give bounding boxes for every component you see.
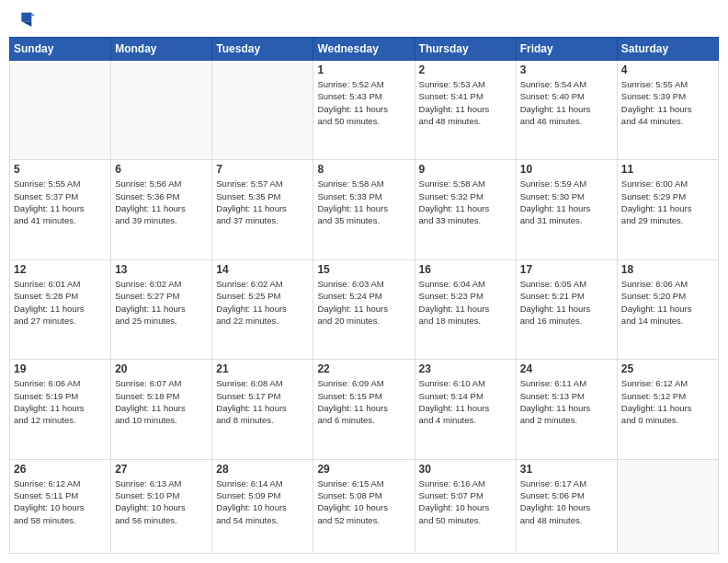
day-info: Sunrise: 6:01 AM Sunset: 5:28 PM Dayligh… [14,278,107,327]
day-number: 12 [14,263,107,276]
day-number: 19 [14,362,107,375]
weekday-header-friday: Friday [516,38,617,61]
day-number: 21 [216,362,309,375]
day-info: Sunrise: 5:52 AM Sunset: 5:43 PM Dayligh… [317,78,410,127]
day-info: Sunrise: 6:13 AM Sunset: 5:10 PM Dayligh… [115,477,208,526]
calendar-week-5: 26Sunrise: 6:12 AM Sunset: 5:11 PM Dayli… [10,459,719,553]
calendar-cell: 11Sunrise: 6:00 AM Sunset: 5:29 PM Dayli… [617,160,718,259]
day-info: Sunrise: 6:15 AM Sunset: 5:08 PM Dayligh… [317,477,410,526]
day-info: Sunrise: 6:00 AM Sunset: 5:29 PM Dayligh… [621,178,714,226]
day-number: 8 [317,163,410,176]
day-number: 25 [621,362,714,375]
day-info: Sunrise: 5:54 AM Sunset: 5:40 PM Dayligh… [520,78,613,127]
day-number: 31 [520,463,613,476]
day-info: Sunrise: 6:08 AM Sunset: 5:17 PM Dayligh… [216,377,309,426]
day-number: 4 [621,63,714,76]
day-number: 5 [14,163,107,176]
day-number: 27 [115,463,208,476]
day-number: 24 [520,362,613,375]
calendar-cell: 1Sunrise: 5:52 AM Sunset: 5:43 PM Daylig… [313,61,415,160]
day-number: 16 [419,263,512,276]
day-number: 3 [520,63,613,76]
day-number: 10 [520,163,613,176]
calendar-cell: 19Sunrise: 6:06 AM Sunset: 5:19 PM Dayli… [10,360,111,459]
calendar-cell: 14Sunrise: 6:02 AM Sunset: 5:25 PM Dayli… [212,259,313,359]
day-number: 17 [520,263,613,276]
calendar-cell: 20Sunrise: 6:07 AM Sunset: 5:18 PM Dayli… [111,360,212,459]
calendar-cell: 23Sunrise: 6:10 AM Sunset: 5:14 PM Dayli… [415,360,516,459]
calendar-cell: 6Sunrise: 5:56 AM Sunset: 5:36 PM Daylig… [111,160,212,259]
day-number: 28 [216,463,309,476]
day-info: Sunrise: 6:10 AM Sunset: 5:14 PM Dayligh… [419,377,512,426]
calendar-cell: 31Sunrise: 6:17 AM Sunset: 5:06 PM Dayli… [516,459,617,553]
day-info: Sunrise: 6:02 AM Sunset: 5:27 PM Dayligh… [115,278,208,327]
calendar-week-1: 1Sunrise: 5:52 AM Sunset: 5:43 PM Daylig… [10,61,719,160]
day-number: 7 [216,163,309,176]
weekday-header-row: SundayMondayTuesdayWednesdayThursdayFrid… [10,38,719,61]
calendar-cell: 9Sunrise: 5:58 AM Sunset: 5:32 PM Daylig… [415,160,516,259]
weekday-header-saturday: Saturday [617,38,718,61]
calendar-cell: 7Sunrise: 5:57 AM Sunset: 5:35 PM Daylig… [212,160,313,259]
day-info: Sunrise: 6:11 AM Sunset: 5:13 PM Dayligh… [520,377,613,426]
calendar-cell: 30Sunrise: 6:16 AM Sunset: 5:07 PM Dayli… [415,459,516,553]
calendar-week-3: 12Sunrise: 6:01 AM Sunset: 5:28 PM Dayli… [10,259,719,359]
calendar-cell: 27Sunrise: 6:13 AM Sunset: 5:10 PM Dayli… [111,459,212,553]
calendar-cell: 10Sunrise: 5:59 AM Sunset: 5:30 PM Dayli… [516,160,617,259]
day-number: 11 [621,163,714,176]
calendar-week-4: 19Sunrise: 6:06 AM Sunset: 5:19 PM Dayli… [10,360,719,459]
calendar-cell [10,61,111,160]
calendar-cell: 17Sunrise: 6:05 AM Sunset: 5:21 PM Dayli… [516,259,617,359]
calendar-cell: 28Sunrise: 6:14 AM Sunset: 5:09 PM Dayli… [212,459,313,553]
weekday-header-tuesday: Tuesday [212,38,313,61]
calendar-cell [212,61,313,160]
day-info: Sunrise: 6:16 AM Sunset: 5:07 PM Dayligh… [419,477,512,526]
weekday-header-monday: Monday [111,38,212,61]
day-number: 2 [419,63,512,76]
day-number: 30 [419,463,512,476]
calendar-cell: 5Sunrise: 5:55 AM Sunset: 5:37 PM Daylig… [10,160,111,259]
weekday-header-sunday: Sunday [10,38,111,61]
svg-marker-1 [21,21,31,27]
day-info: Sunrise: 6:05 AM Sunset: 5:21 PM Dayligh… [520,278,613,327]
calendar-cell: 12Sunrise: 6:01 AM Sunset: 5:28 PM Dayli… [10,259,111,359]
day-info: Sunrise: 6:09 AM Sunset: 5:15 PM Dayligh… [317,377,410,426]
day-info: Sunrise: 5:59 AM Sunset: 5:30 PM Dayligh… [520,178,613,226]
calendar-cell: 18Sunrise: 6:06 AM Sunset: 5:20 PM Dayli… [617,259,718,359]
day-number: 29 [317,463,410,476]
day-number: 6 [115,163,208,176]
calendar-cell: 2Sunrise: 5:53 AM Sunset: 5:41 PM Daylig… [415,61,516,160]
calendar-cell: 21Sunrise: 6:08 AM Sunset: 5:17 PM Dayli… [212,360,313,459]
header [9,9,719,29]
day-info: Sunrise: 5:58 AM Sunset: 5:32 PM Dayligh… [419,178,512,226]
day-info: Sunrise: 6:07 AM Sunset: 5:18 PM Dayligh… [115,377,208,426]
day-info: Sunrise: 6:06 AM Sunset: 5:19 PM Dayligh… [14,377,107,426]
page: SundayMondayTuesdayWednesdayThursdayFrid… [0,0,728,563]
day-number: 14 [216,263,309,276]
day-info: Sunrise: 5:55 AM Sunset: 5:37 PM Dayligh… [14,178,107,226]
calendar-cell [617,459,718,553]
day-number: 15 [317,263,410,276]
day-number: 9 [419,163,512,176]
day-info: Sunrise: 6:12 AM Sunset: 5:11 PM Dayligh… [14,477,107,526]
day-number: 20 [115,362,208,375]
weekday-header-wednesday: Wednesday [313,38,415,61]
day-number: 1 [317,63,410,76]
calendar-cell: 24Sunrise: 6:11 AM Sunset: 5:13 PM Dayli… [516,360,617,459]
weekday-header-thursday: Thursday [415,38,516,61]
calendar-cell: 16Sunrise: 6:04 AM Sunset: 5:23 PM Dayli… [415,259,516,359]
day-info: Sunrise: 6:04 AM Sunset: 5:23 PM Dayligh… [419,278,512,327]
calendar-cell: 29Sunrise: 6:15 AM Sunset: 5:08 PM Dayli… [313,459,415,553]
day-info: Sunrise: 6:17 AM Sunset: 5:06 PM Dayligh… [520,477,613,526]
day-info: Sunrise: 5:57 AM Sunset: 5:35 PM Dayligh… [216,178,309,226]
logo [13,9,35,29]
calendar-table: SundayMondayTuesdayWednesdayThursdayFrid… [9,37,719,554]
calendar-cell [111,61,212,160]
calendar-cell: 8Sunrise: 5:58 AM Sunset: 5:33 PM Daylig… [313,160,415,259]
day-number: 18 [621,263,714,276]
calendar-cell: 15Sunrise: 6:03 AM Sunset: 5:24 PM Dayli… [313,259,415,359]
day-number: 22 [317,362,410,375]
calendar-cell: 3Sunrise: 5:54 AM Sunset: 5:40 PM Daylig… [516,61,617,160]
day-info: Sunrise: 5:53 AM Sunset: 5:41 PM Dayligh… [419,78,512,127]
day-info: Sunrise: 6:02 AM Sunset: 5:25 PM Dayligh… [216,278,309,327]
day-number: 23 [419,362,512,375]
